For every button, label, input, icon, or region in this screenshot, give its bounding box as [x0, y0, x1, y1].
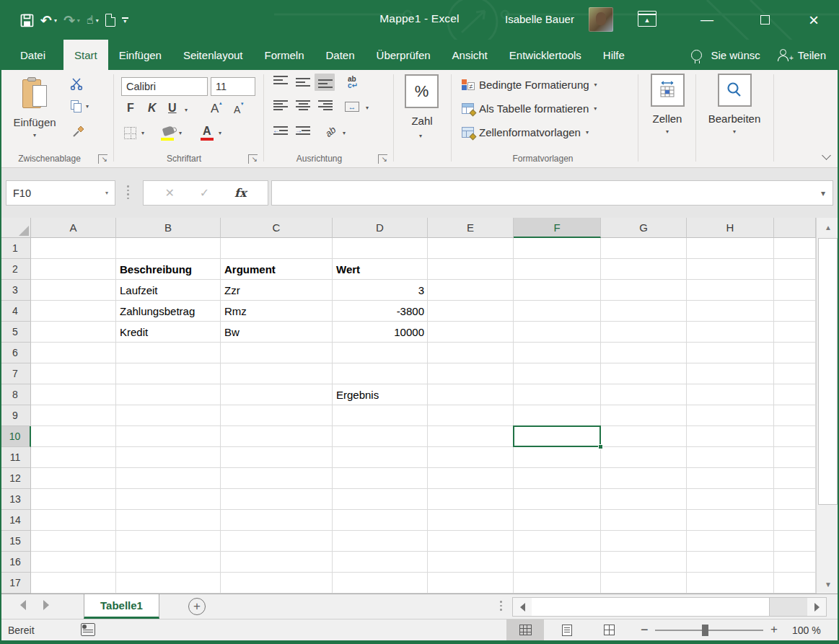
cell-D6[interactable] — [333, 343, 428, 363]
cell-F15[interactable] — [514, 531, 601, 552]
cell-A2[interactable] — [31, 259, 116, 280]
minimize-button[interactable]: — — [689, 0, 725, 40]
cell-G16[interactable] — [601, 552, 687, 573]
cell-H6[interactable] — [687, 343, 774, 363]
number-dropdown-icon[interactable]: ▾ — [419, 133, 422, 139]
font-color-button[interactable]: A — [203, 125, 211, 138]
cell-C7[interactable] — [221, 363, 333, 384]
wrap-text-button[interactable]: abc↵ — [348, 76, 358, 89]
align-right-button[interactable] — [318, 100, 333, 112]
row-header-9[interactable]: 9 — [0, 405, 31, 426]
cell-F1[interactable] — [514, 238, 601, 259]
cell-B3[interactable]: Laufzeit — [116, 280, 221, 301]
cell-H4[interactable] — [687, 301, 774, 322]
user-avatar[interactable] — [589, 7, 613, 32]
cell-B1[interactable] — [116, 238, 221, 259]
zoom-level[interactable]: 100 % — [792, 625, 821, 636]
cell-B15[interactable] — [116, 531, 221, 552]
vertical-scrollbar[interactable]: ▲ ▼ — [816, 218, 839, 594]
cell-B9[interactable] — [116, 405, 221, 426]
cell-E16[interactable] — [428, 552, 514, 573]
cell-B14[interactable] — [116, 510, 221, 531]
cell-F7[interactable] — [514, 363, 601, 384]
macro-record-icon[interactable] — [81, 623, 95, 636]
cell-B7[interactable] — [116, 363, 221, 384]
add-sheet-button[interactable]: + — [188, 598, 206, 615]
confirm-entry-button[interactable]: ✓ — [200, 186, 209, 200]
underline-button[interactable]: U — [168, 102, 177, 115]
row-header-3[interactable]: 3 — [0, 280, 31, 301]
cell-C13[interactable] — [221, 489, 333, 510]
cell-B16[interactable] — [116, 552, 221, 573]
cell-A12[interactable] — [31, 468, 116, 489]
cut-button[interactable] — [70, 77, 84, 92]
cell-E13[interactable] — [428, 489, 514, 510]
cell-E15[interactable] — [428, 531, 514, 552]
cell-G4[interactable] — [601, 301, 687, 322]
copy-button[interactable]: ▾ — [71, 100, 89, 113]
cell-partial-1[interactable] — [774, 238, 816, 259]
cell-D11[interactable] — [333, 447, 428, 468]
cell-H1[interactable] — [687, 238, 774, 259]
cell-H3[interactable] — [687, 280, 774, 301]
bottom-align-button[interactable] — [318, 79, 333, 90]
cell-G5[interactable] — [601, 322, 687, 343]
zoom-in-button[interactable]: + — [770, 622, 778, 637]
align-center-button[interactable] — [296, 100, 310, 112]
cell-G13[interactable] — [601, 489, 687, 510]
column-header-F[interactable]: F — [514, 218, 601, 238]
cell-C1[interactable] — [221, 238, 333, 259]
cell-partial-2[interactable] — [774, 259, 816, 280]
tab-hilfe[interactable]: Hilfe — [592, 40, 636, 70]
cell-B11[interactable] — [116, 447, 221, 468]
cell-B13[interactable] — [116, 489, 221, 510]
cell-D7[interactable] — [333, 363, 428, 384]
cell-G14[interactable] — [601, 510, 687, 531]
clipboard-dialog-launcher[interactable]: ↘ — [98, 154, 107, 164]
account-name[interactable]: Isabelle Bauer — [505, 13, 574, 25]
row-header-8[interactable]: 8 — [0, 384, 31, 405]
tab-formeln[interactable]: Formeln — [254, 40, 315, 70]
cell-B10[interactable] — [116, 426, 221, 447]
cell-partial-3[interactable] — [774, 280, 816, 301]
cell-A4[interactable] — [31, 301, 116, 322]
cell-E5[interactable] — [428, 322, 514, 343]
sheetbar-divider[interactable] — [500, 601, 502, 611]
cell-G15[interactable] — [601, 531, 687, 552]
borders-button[interactable] — [124, 127, 136, 139]
cell-A13[interactable] — [31, 489, 116, 510]
cell-A15[interactable] — [31, 531, 116, 552]
cell-partial-12[interactable] — [774, 468, 816, 489]
cell-partial-8[interactable] — [774, 384, 816, 405]
cells-dropdown-icon[interactable]: ▾ — [666, 129, 669, 135]
cell-D3[interactable]: 3 — [333, 280, 428, 301]
cell-A3[interactable] — [31, 280, 116, 301]
column-header-A[interactable]: A — [31, 218, 116, 238]
row-header-7[interactable]: 7 — [0, 363, 31, 384]
cell-F6[interactable] — [514, 343, 601, 363]
cell-A10[interactable] — [31, 426, 116, 447]
cell-F12[interactable] — [514, 468, 601, 489]
font-color-dropdown-icon[interactable]: ▾ — [219, 131, 221, 136]
tab-datei[interactable]: Datei — [2, 40, 63, 70]
cell-partial-9[interactable] — [774, 405, 816, 426]
cell-H7[interactable] — [687, 363, 774, 384]
tab-seitenlayout[interactable]: Seitenlayout — [172, 40, 254, 70]
fill-color-bar[interactable] — [161, 138, 174, 141]
cell-H15[interactable] — [687, 531, 774, 552]
borders-dropdown-icon[interactable]: ▾ — [141, 131, 144, 136]
conditional-formatting-dropdown-icon[interactable]: ▾ — [594, 82, 597, 88]
row-header-10[interactable]: 10 — [0, 426, 31, 447]
cell-partial-11[interactable] — [774, 447, 816, 468]
merge-center-dropdown-icon[interactable]: ▾ — [366, 105, 369, 111]
cell-F10[interactable] — [514, 426, 601, 447]
top-align-button[interactable] — [273, 76, 288, 87]
cell-G12[interactable] — [601, 468, 687, 489]
cell-G8[interactable] — [601, 384, 687, 405]
vertical-scroll-thumb[interactable] — [818, 238, 838, 505]
cell-D1[interactable] — [333, 238, 428, 259]
scroll-right-button[interactable] — [807, 598, 826, 616]
share-button[interactable]: Teilen — [798, 49, 826, 61]
fill-color-dropdown-icon[interactable]: ▾ — [179, 131, 182, 136]
font-size-combo[interactable]: 11 — [211, 77, 255, 96]
